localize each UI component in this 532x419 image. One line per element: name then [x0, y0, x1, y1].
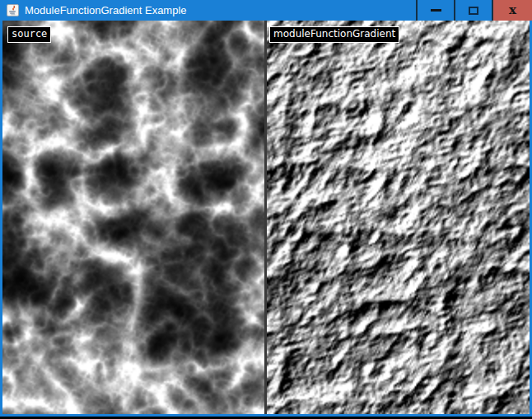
close-icon: x [509, 4, 516, 16]
content-area: source moduleFunctionGradient [2, 21, 530, 414]
window-frame: source moduleFunctionGradient [0, 21, 532, 417]
minimize-button[interactable] [416, 0, 454, 21]
source-label: source [7, 26, 51, 43]
java-app-icon [7, 4, 19, 16]
gradient-label: moduleFunctionGradient [269, 26, 399, 43]
maximize-icon [469, 7, 478, 15]
source-image [2, 21, 264, 414]
titlebar[interactable]: ModuleFunctionGradient Example x [0, 0, 532, 21]
app-window: ModuleFunctionGradient Example x source … [0, 0, 532, 419]
minimize-icon [431, 9, 441, 12]
window-title: ModuleFunctionGradient Example [25, 0, 416, 21]
close-button[interactable]: x [492, 0, 532, 21]
window-controls: x [416, 0, 532, 21]
maximize-button[interactable] [454, 0, 492, 21]
gradient-image [267, 21, 530, 414]
